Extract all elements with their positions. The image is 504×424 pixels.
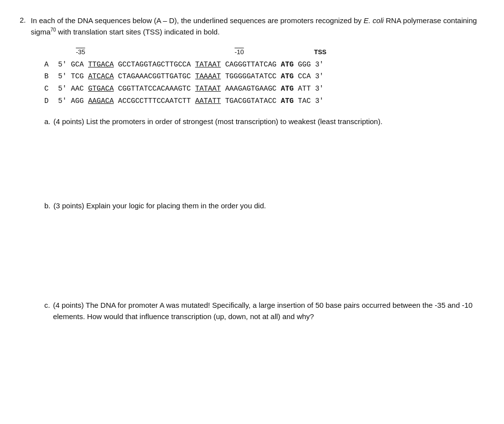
seq-a-1: 5′ GCA — [58, 59, 88, 71]
question-container: 2. In each of the DNA sequences below (A… — [20, 15, 484, 327]
seq-b-5: TGGGGGATATCC — [221, 70, 281, 83]
sub-question-b: b. (3 points) Explain your logic for pla… — [44, 200, 484, 290]
seq-a-2: TTGACA — [88, 59, 114, 71]
dna-table: -35 -10 TSS A 5′ GCA TTGACA GCCTAGGTAGCT… — [44, 47, 484, 107]
dna-row-d: D 5′ AGG AAGACA ACCGCCTTTCCAATCTT AATATT… — [44, 95, 484, 107]
sub-a-answer-space — [44, 127, 484, 191]
seq-b-3: CTAGAAACGGTTGATGC — [114, 70, 195, 83]
sub-a-letter: a. — [44, 116, 51, 127]
sub-b-text: (3 points) Explain your logic for placin… — [54, 200, 266, 211]
question-header: 2. In each of the DNA sequences below (A… — [20, 15, 484, 38]
sub-a-text: (4 points) List the promoters in order o… — [54, 116, 383, 127]
minus10-label: -10 — [235, 48, 244, 56]
minus10-header-spacer: -10 — [201, 47, 314, 58]
dna-row-b: B 5′ TCG ATCACA CTAGAAACGGTTGATGC TAAAAT… — [44, 70, 484, 83]
seq-a-3: GCCTAGGTAGCTTGCCA — [114, 59, 195, 71]
seq-d-2: AAGACA — [88, 95, 114, 107]
sub-c-label-row: c. (4 points) The DNA for promoter A was… — [44, 299, 484, 323]
seq-c-2: GTGACA — [88, 83, 114, 95]
sub-a-label-row: a. (4 points) List the promoters in orde… — [44, 116, 484, 127]
seq-c-7: ATT 3′ — [294, 83, 324, 95]
seq-c-4: TATAAT — [195, 83, 220, 95]
minus35-header-spacer: -35 — [58, 47, 201, 58]
seq-d-5: TGACGGTATACC — [221, 95, 281, 107]
sub-b-answer-space — [44, 212, 484, 291]
sub-question-c: c. (4 points) The DNA for promoter A was… — [44, 299, 484, 327]
minus35-label: -35 — [76, 48, 85, 56]
sub-b-letter: b. — [44, 200, 51, 211]
seq-a-4: TATAAT — [195, 59, 220, 71]
dna-column-headers: -35 -10 TSS — [44, 47, 484, 58]
tss-label: TSS — [314, 47, 326, 58]
seq-b-4: TAAAAT — [195, 70, 220, 83]
seq-c-6: ATG — [281, 83, 294, 95]
seq-a-6: ATG — [281, 59, 294, 71]
seq-c-1: 5′ AAC — [58, 83, 88, 95]
seq-d-7: TAC 3′ — [294, 95, 324, 107]
dna-row-c: C 5′ AAC GTGACA CGGTTATCCACAAAGTC TATAAT… — [44, 83, 484, 95]
seq-d-4: AATATT — [195, 95, 220, 107]
sub-c-text: (4 points) The DNA for promoter A was mu… — [53, 299, 484, 323]
row-label-d: D — [44, 95, 58, 107]
seq-c-5: AAAGAGTGAAGC — [221, 83, 281, 95]
sub-question-a: a. (4 points) List the promoters in orde… — [44, 116, 484, 191]
row-label-c: C — [44, 83, 58, 95]
seq-b-1: 5′ TCG — [58, 70, 88, 83]
question-number: 2. — [20, 15, 26, 38]
seq-c-3: CGGTTATCCACAAAGTC — [114, 83, 195, 95]
seq-a-5: CAGGGTTATCAG — [221, 59, 281, 71]
question-intro: In each of the DNA sequences below (A – … — [31, 15, 484, 38]
sub-c-letter: c. — [44, 299, 50, 311]
seq-b-7: CCA 3′ — [294, 70, 324, 83]
seq-d-1: 5′ AGG — [58, 95, 88, 107]
seq-a-7: GGG 3′ — [294, 59, 324, 71]
row-label-a: A — [44, 59, 58, 71]
seq-b-2: ATCACA — [88, 70, 114, 83]
seq-d-6: ATG — [281, 95, 294, 107]
sub-c-answer-space — [44, 322, 484, 327]
row-label-b: B — [44, 70, 58, 83]
seq-d-3: ACCGCCTTTCCAATCTT — [114, 95, 195, 107]
seq-b-6: ATG — [281, 70, 294, 83]
sub-b-label-row: b. (3 points) Explain your logic for pla… — [44, 200, 484, 211]
dna-row-a: A 5′ GCA TTGACA GCCTAGGTAGCTTGCCA TATAAT… — [44, 59, 484, 71]
